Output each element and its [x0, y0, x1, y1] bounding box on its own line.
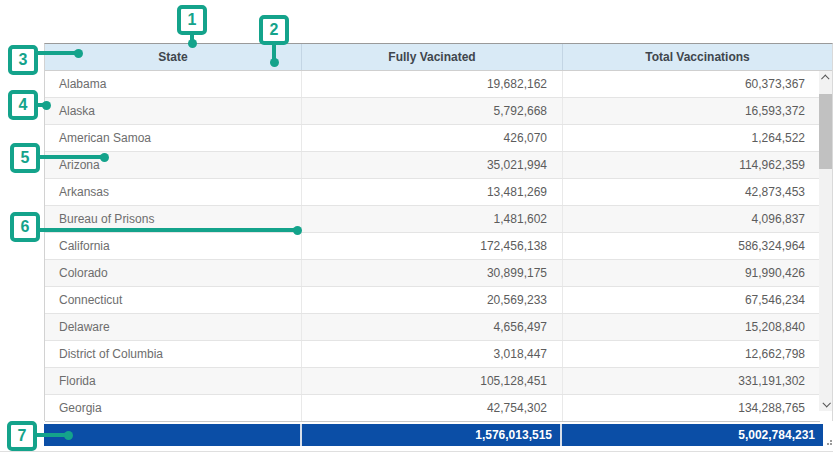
total-vaccinations-cell: 42,873,453 [563, 179, 819, 205]
annotation-dot-1 [188, 39, 197, 48]
fully-vaccinated-cell: 30,899,175 [302, 260, 563, 286]
total-vaccinations-cell: 16,593,372 [563, 98, 819, 124]
total-vaccinations-cell: 15,208,840 [563, 314, 819, 340]
fully-vaccinated-cell: 13,481,269 [302, 179, 563, 205]
annotation-label: 7 [18, 427, 27, 445]
totals-fully-vaccinated: 1,576,013,515 [302, 424, 562, 446]
state-cell: Georgia [45, 395, 302, 421]
state-cell: Delaware [45, 314, 302, 340]
state-cell: Alaska [45, 98, 302, 124]
annotation-stem-5 [38, 155, 105, 159]
total-vaccinations-cell: 114,962,359 [563, 152, 819, 178]
fully-vaccinated-cell: 1,481,602 [302, 206, 563, 232]
fully-vaccinated-cell: 19,682,162 [302, 71, 563, 97]
state-cell: Colorado [45, 260, 302, 286]
annotation-label: 4 [19, 96, 28, 114]
annotation-dot-6 [293, 226, 302, 235]
vertical-scrollbar[interactable] [819, 71, 832, 411]
annotation-label: 2 [270, 21, 279, 39]
total-vaccinations-cell: 134,288,765 [563, 395, 819, 421]
column-header-state[interactable]: State [45, 44, 302, 70]
annotation-marker-7: 7 [7, 421, 37, 451]
fully-vaccinated-cell: 20,569,233 [302, 287, 563, 313]
table-header-row: State Fully Vacinated Total Vaccinations [45, 44, 832, 71]
total-vaccinations-cell: 586,324,964 [563, 233, 819, 259]
total-vaccinations-cell: 331,191,302 [563, 368, 819, 394]
total-vaccinations-cell: 12,662,798 [563, 341, 819, 367]
state-cell: District of Columbia [45, 341, 302, 367]
total-vaccinations-cell: 1,264,522 [563, 125, 819, 151]
total-vaccinations-cell: 67,546,234 [563, 287, 819, 313]
fully-vaccinated-cell: 172,456,138 [302, 233, 563, 259]
scrollbar-thumb[interactable] [819, 94, 832, 169]
state-cell: Alabama [45, 71, 302, 97]
scroll-up-button[interactable] [819, 71, 832, 85]
annotation-marker-1: 1 [177, 5, 207, 35]
table-row[interactable]: Alaska 5,792,668 16,593,372 [45, 98, 820, 125]
fully-vaccinated-cell: 3,018,447 [302, 341, 563, 367]
annotation-dot-2 [270, 58, 279, 67]
total-vaccinations-cell: 91,990,426 [563, 260, 819, 286]
annotation-marker-4: 4 [8, 90, 38, 120]
column-header-fully-vaccinated[interactable]: Fully Vacinated [302, 44, 563, 70]
resize-grip-icon[interactable] [824, 437, 832, 445]
annotation-marker-3: 3 [8, 45, 38, 75]
table-row[interactable]: Florida 105,128,451 331,191,302 [45, 368, 820, 395]
annotation-marker-5: 5 [10, 143, 40, 173]
annotation-dot-7 [64, 431, 73, 440]
column-header-total-vaccinations[interactable]: Total Vaccinations [563, 44, 832, 70]
totals-row: 1,576,013,515 5,002,784,231 [44, 424, 823, 446]
fully-vaccinated-cell: 426,070 [302, 125, 563, 151]
fully-vaccinated-cell: 5,792,668 [302, 98, 563, 124]
state-cell: California [45, 233, 302, 259]
fully-vaccinated-cell: 35,021,994 [302, 152, 563, 178]
totals-total-vaccinations: 5,002,784,231 [562, 424, 823, 446]
table-row[interactable]: Alabama 19,682,162 60,373,367 [45, 71, 820, 98]
table-row[interactable]: Connecticut 20,569,233 67,546,234 [45, 287, 820, 314]
totals-state-cell [44, 424, 302, 446]
table-row[interactable]: Arizona 35,021,994 114,962,359 [45, 152, 820, 179]
state-cell: Arkansas [45, 179, 302, 205]
table-row[interactable]: California 172,456,138 586,324,964 [45, 233, 820, 260]
data-table: State Fully Vacinated Total Vaccinations… [44, 43, 833, 421]
chevron-up-icon [821, 74, 829, 82]
table-row[interactable]: Colorado 30,899,175 91,990,426 [45, 260, 820, 287]
annotation-dot-4 [42, 101, 51, 110]
fully-vaccinated-cell: 105,128,451 [302, 368, 563, 394]
state-cell: Florida [45, 368, 302, 394]
window-bottom-edge [0, 451, 833, 452]
table-row[interactable]: Delaware 4,656,497 15,208,840 [45, 314, 820, 341]
annotation-label: 1 [188, 11, 197, 29]
table-row[interactable]: Georgia 42,754,302 134,288,765 [45, 395, 820, 422]
table-row[interactable]: American Samoa 426,070 1,264,522 [45, 125, 820, 152]
annotation-stem-6 [38, 228, 297, 232]
annotation-dot-3 [74, 49, 83, 58]
vaccination-table-screenshot: State Fully Vacinated Total Vaccinations… [0, 0, 833, 453]
total-vaccinations-cell: 4,096,837 [563, 206, 819, 232]
annotation-marker-2: 2 [259, 15, 289, 45]
fully-vaccinated-cell: 42,754,302 [302, 395, 563, 421]
annotation-dot-5 [100, 153, 109, 162]
table-row[interactable]: District of Columbia 3,018,447 12,662,79… [45, 341, 820, 368]
total-vaccinations-cell: 60,373,367 [563, 71, 819, 97]
annotation-label: 6 [21, 218, 30, 236]
chevron-down-icon [822, 399, 830, 407]
state-cell: Connecticut [45, 287, 302, 313]
fully-vaccinated-cell: 4,656,497 [302, 314, 563, 340]
state-cell: American Samoa [45, 125, 302, 151]
annotation-marker-6: 6 [10, 212, 40, 242]
annotation-label: 3 [19, 51, 28, 69]
table-row[interactable]: Arkansas 13,481,269 42,873,453 [45, 179, 820, 206]
scroll-down-button[interactable] [819, 397, 832, 411]
table-body: Alabama 19,682,162 60,373,367 Alaska 5,7… [45, 71, 820, 422]
annotation-label: 5 [21, 149, 30, 167]
